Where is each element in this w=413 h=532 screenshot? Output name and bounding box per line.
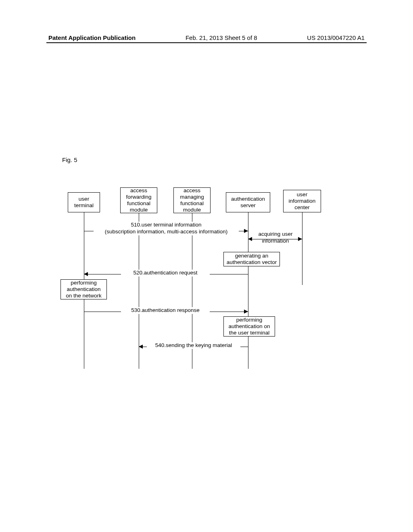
actor-access-forwarding: accessforwardingfunctionalmodule bbox=[120, 187, 157, 213]
actor-user-terminal: userterminal bbox=[68, 192, 100, 212]
note-perform-user: performingauthentication onthe user term… bbox=[223, 316, 275, 337]
figure-label: Fig. 5 bbox=[62, 156, 77, 163]
actor-access-managing: accessmanagingfunctionalmodule bbox=[173, 187, 211, 213]
header-left: Patent Application Publication bbox=[48, 34, 136, 41]
header-rule bbox=[46, 42, 367, 43]
actor-authentication-server: authenticationserver bbox=[226, 192, 270, 212]
msg-540-arrow bbox=[139, 345, 143, 349]
lifeline-auth-server bbox=[248, 212, 248, 369]
msg-acquiring-label: acquiring userinformation bbox=[253, 231, 298, 245]
msg-520-arrow bbox=[84, 272, 88, 276]
header-middle: Feb. 21, 2013 Sheet 5 of 8 bbox=[186, 34, 257, 41]
page-header: Patent Application Publication Feb. 21, … bbox=[48, 34, 365, 41]
msg-510-arrow bbox=[244, 229, 248, 233]
lifeline-user-info-center bbox=[302, 212, 302, 285]
sequence-diagram: userterminal accessforwardingfunctionalm… bbox=[56, 187, 355, 369]
msg-acquiring-arrow-l bbox=[248, 237, 252, 241]
msg-acquiring-arrow-r bbox=[298, 237, 302, 241]
actor-user-information-center: userinformationcenter bbox=[283, 190, 321, 212]
note-generating-vector: generating anauthentication vector bbox=[223, 252, 280, 266]
note-perform-network: performingauthenticationon the network bbox=[60, 279, 107, 299]
header-right: US 2013/0047220 A1 bbox=[307, 34, 365, 41]
msg-520-label: 520.authentication request bbox=[121, 270, 210, 276]
msg-540-label: 540.sending the keying material bbox=[147, 342, 240, 349]
msg-510-line1: 510.user terminal information bbox=[131, 222, 202, 228]
msg-530-label: 530.authentication response bbox=[121, 307, 210, 314]
msg-510-label: 510.user terminal information (subscript… bbox=[94, 222, 239, 235]
msg-530-arrow bbox=[244, 310, 248, 314]
msg-510-line2: (subscription information, multi-access … bbox=[105, 229, 228, 235]
